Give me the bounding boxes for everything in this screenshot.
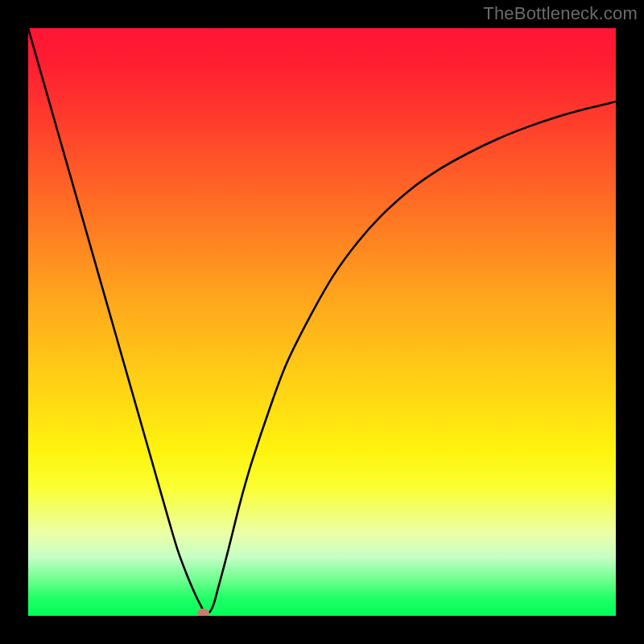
- chart-frame: TheBottleneck.com: [0, 0, 644, 644]
- balance-point-marker: [197, 609, 209, 616]
- chart-plot-area: [28, 28, 616, 616]
- bottleneck-curve: [28, 28, 616, 613]
- watermark-label: TheBottleneck.com: [483, 3, 638, 24]
- chart-svg: [28, 28, 616, 616]
